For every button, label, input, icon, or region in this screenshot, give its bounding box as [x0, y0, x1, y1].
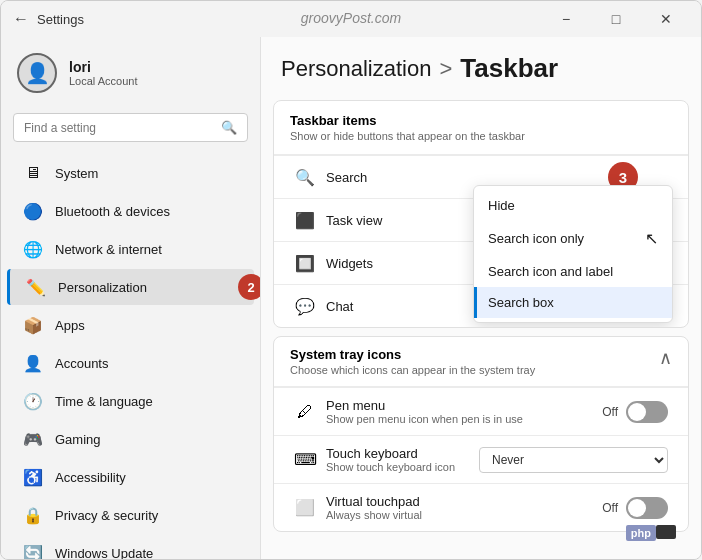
virtual-touchpad-sublabel: Always show virtual [326, 509, 422, 521]
dropdown-item-hide[interactable]: Hide [474, 190, 672, 221]
breadcrumb: Personalization > Taskbar [261, 37, 701, 92]
dropdown-item-icon-only[interactable]: Search icon only ↖ [474, 221, 672, 256]
virtual-touchpad-right: Off [602, 497, 668, 519]
touch-keyboard-select[interactable]: Never Always When no keyboard attached [479, 447, 668, 473]
taskbar-items-subtitle: Show or hide buttons that appear on the … [290, 130, 672, 142]
chat-setting-left: 💬 Chat [294, 295, 353, 317]
touch-keyboard-info: Touch keyboard Show touch keyboard icon [326, 446, 455, 473]
pen-menu-label: Pen menu [326, 398, 523, 413]
user-section: 👤 lori Local Account [1, 45, 260, 109]
sidebar-item-label: Gaming [55, 432, 101, 447]
search-icon: 🔍 [221, 120, 237, 135]
sidebar-item-update[interactable]: 🔄 Windows Update [7, 535, 254, 559]
sidebar-item-label: Network & internet [55, 242, 162, 257]
pen-menu-right: Off [602, 401, 668, 423]
dropdown-item-search-box[interactable]: Search box [474, 287, 672, 318]
sidebar-item-label: Bluetooth & devices [55, 204, 170, 219]
keyboard-icon: ⌨ [294, 449, 316, 471]
taskbar-items-header: Taskbar items Show or hide buttons that … [274, 101, 688, 155]
sidebar-item-apps[interactable]: 📦 Apps [7, 307, 254, 343]
privacy-icon: 🔒 [23, 505, 43, 525]
system-tray-section: System tray icons Choose which icons can… [273, 336, 689, 532]
settings-window: ← Settings groovyPost.com − □ ✕ 👤 lori L… [0, 0, 702, 560]
widgets-label: Widgets [326, 256, 373, 271]
watermark: groovyPost.com [301, 10, 401, 26]
accounts-icon: 👤 [23, 353, 43, 373]
sidebar-item-label: Apps [55, 318, 85, 333]
back-button[interactable]: ← [13, 10, 29, 28]
sidebar-item-gaming[interactable]: 🎮 Gaming [7, 421, 254, 457]
dropdown-item-icon-label[interactable]: Search icon and label [474, 256, 672, 287]
minimize-button[interactable]: − [543, 5, 589, 33]
user-type: Local Account [69, 75, 138, 87]
sidebar-item-label: Privacy & security [55, 508, 158, 523]
taskview-icon: ⬛ [294, 209, 316, 231]
tray-header-left: System tray icons Choose which icons can… [290, 347, 535, 376]
sidebar-item-time[interactable]: 🕐 Time & language [7, 383, 254, 419]
touch-keyboard-row: ⌨ Touch keyboard Show touch keyboard ico… [274, 435, 688, 483]
sidebar-item-label: Accounts [55, 356, 108, 371]
title-bar: ← Settings groovyPost.com − □ ✕ [1, 1, 701, 37]
dropdown-item-icon-only-label: Search icon only [488, 231, 584, 246]
search-box[interactable]: 🔍 [13, 113, 248, 142]
step-2-badge: 2 [238, 274, 261, 300]
virtual-touchpad-label: Virtual touchpad [326, 494, 422, 509]
virtual-touchpad-left: ⬜ Virtual touchpad Always show virtual [294, 494, 422, 521]
taskview-label: Task view [326, 213, 382, 228]
sidebar-item-accounts[interactable]: 👤 Accounts [7, 345, 254, 381]
user-name: lori [69, 59, 138, 75]
pen-menu-status: Off [602, 405, 618, 419]
sidebar-item-label: Accessibility [55, 470, 126, 485]
sidebar: 👤 lori Local Account 🔍 🖥 System 🔵 Blueto… [1, 37, 261, 559]
pen-menu-info: Pen menu Show pen menu icon when pen is … [326, 398, 523, 425]
tray-title: System tray icons [290, 347, 535, 362]
accessibility-icon: ♿ [23, 467, 43, 487]
main-content: 👤 lori Local Account 🔍 🖥 System 🔵 Blueto… [1, 37, 701, 559]
tray-subtitle: Choose which icons can appear in the sys… [290, 364, 535, 376]
search-dropdown-menu: Hide Search icon only ↖ Search icon and … [473, 185, 673, 323]
touch-keyboard-label: Touch keyboard [326, 446, 455, 461]
tray-collapse-icon[interactable]: ∧ [659, 347, 672, 369]
taskview-setting-left: ⬛ Task view [294, 209, 382, 231]
bluetooth-icon: 🔵 [23, 201, 43, 221]
sidebar-item-label: Windows Update [55, 546, 153, 560]
sidebar-item-network[interactable]: 🌐 Network & internet [7, 231, 254, 267]
search-setting-icon: 🔍 [294, 166, 316, 188]
avatar: 👤 [17, 53, 57, 93]
main-panel: Personalization > Taskbar Taskbar items … [261, 37, 701, 559]
sidebar-item-system[interactable]: 🖥 System [7, 155, 254, 191]
chat-label: Chat [326, 299, 353, 314]
php-badge: php [626, 525, 656, 541]
sidebar-item-accessibility[interactable]: ♿ Accessibility [7, 459, 254, 495]
network-icon: 🌐 [23, 239, 43, 259]
personalization-icon: ✏️ [26, 277, 46, 297]
pen-menu-sublabel: Show pen menu icon when pen is in use [326, 413, 523, 425]
search-setting-row: 🔍 Search 3 Hide Search icon only ↖ [274, 155, 688, 198]
widgets-icon: 🔲 [294, 252, 316, 274]
virtual-touchpad-status: Off [602, 501, 618, 515]
search-setting-label: Search [326, 170, 367, 185]
pen-icon: 🖊 [294, 401, 316, 423]
title-bar-left: ← Settings [13, 10, 84, 28]
title-bar-controls: − □ ✕ [543, 5, 689, 33]
page-title: Taskbar [460, 53, 558, 84]
search-input[interactable] [24, 121, 213, 135]
tray-header: System tray icons Choose which icons can… [274, 337, 688, 387]
close-button[interactable]: ✕ [643, 5, 689, 33]
pen-menu-toggle[interactable] [626, 401, 668, 423]
virtual-touchpad-toggle[interactable] [626, 497, 668, 519]
taskbar-items-section: Taskbar items Show or hide buttons that … [273, 100, 689, 328]
virtual-touchpad-info: Virtual touchpad Always show virtual [326, 494, 422, 521]
breadcrumb-separator: > [439, 56, 452, 82]
sidebar-item-personalization[interactable]: ✏️ Personalization 2 [7, 269, 254, 305]
update-icon: 🔄 [23, 543, 43, 559]
pen-menu-row: 🖊 Pen menu Show pen menu icon when pen i… [274, 387, 688, 435]
user-info: lori Local Account [69, 59, 138, 87]
maximize-button[interactable]: □ [593, 5, 639, 33]
sidebar-item-bluetooth[interactable]: 🔵 Bluetooth & devices [7, 193, 254, 229]
chat-icon: 💬 [294, 295, 316, 317]
touch-keyboard-right: Never Always When no keyboard attached [479, 447, 668, 473]
sidebar-item-privacy[interactable]: 🔒 Privacy & security [7, 497, 254, 533]
time-icon: 🕐 [23, 391, 43, 411]
apps-icon: 📦 [23, 315, 43, 335]
